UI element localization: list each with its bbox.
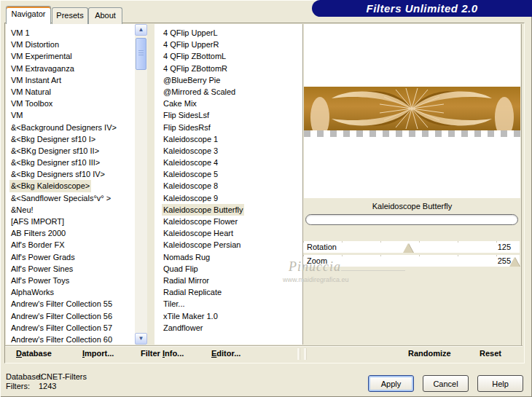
list-item[interactable]: VM Extravaganza (6, 63, 135, 74)
list-item[interactable]: Andrew's Filter Collection 57 (6, 322, 135, 334)
toolbar-separator (297, 348, 300, 360)
list-item[interactable]: Andrew's Filter Collection 55 (6, 298, 135, 310)
list-item[interactable]: Alf's Border FX (6, 239, 135, 251)
editor-menu-item[interactable]: Editor... (211, 349, 240, 358)
help-button[interactable]: Help (477, 375, 523, 392)
list-item[interactable]: AB Filters 2000 (6, 227, 135, 239)
window-title: Filters Unlimited 2.0 (312, 0, 532, 17)
list-item[interactable]: Kaleidoscope 5 (162, 168, 302, 180)
list-item[interactable]: Alf's Power Grads (6, 251, 135, 263)
list-item[interactable]: 4 QFlip ZBottomR (162, 63, 302, 74)
list-item[interactable]: 4 QFlip ZBottomL (162, 50, 302, 62)
list-item[interactable]: Quad Flip (162, 263, 302, 275)
rotation-slider-thumb[interactable] (403, 243, 413, 253)
list-item[interactable]: 4 QFlip UpperL (162, 27, 302, 39)
scroll-down-button[interactable]: ▼ (135, 333, 147, 345)
filters-unlimited-window: { "window": { "title": "Filters Unlimite… (0, 0, 532, 397)
filter-info-menu-item[interactable]: Filter Info... (141, 349, 184, 358)
zoom-slider-thumb[interactable] (509, 257, 520, 267)
list-item[interactable]: &<Bkg Designers sf10 IV> (6, 168, 135, 180)
list-item[interactable]: Flip SidesLsf (162, 109, 302, 121)
progress-bar (305, 214, 518, 225)
list-item[interactable]: AlphaWorks (6, 286, 135, 298)
list-item[interactable]: VM (6, 109, 135, 121)
list-item[interactable]: @Mirrored & Scaled (162, 86, 302, 98)
list-item[interactable]: VM Experimental (6, 50, 135, 62)
import-menu-item[interactable]: Import... (82, 349, 114, 358)
chevron-down-icon: ▼ (138, 335, 144, 342)
list-item[interactable]: Zandflower (162, 322, 302, 334)
list-item[interactable]: Alf's Power Sines (6, 263, 135, 275)
filters-count-label: Filters: (6, 382, 30, 390)
list-item[interactable]: &<Background Designers IV> (6, 122, 135, 133)
list-item[interactable]: Radial Replicate (162, 286, 302, 298)
list-item[interactable]: @BlueBerry Pie (162, 74, 302, 86)
toolbar-separator (304, 348, 306, 360)
preview-image[interactable] (304, 24, 520, 198)
list-item[interactable]: Flip SidesRsf (162, 122, 302, 133)
database-menu-item[interactable]: Database (16, 349, 52, 358)
list-item[interactable]: 4 QFlip UpperR (162, 39, 302, 50)
list-item[interactable]: Radial Mirror (162, 275, 302, 286)
list-item[interactable]: &<Bkg Kaleidoscope> (6, 180, 135, 192)
database-status-value: ICNET-Filters (39, 372, 87, 381)
list-item[interactable]: &<BKg Designer sf10 II> (6, 145, 135, 157)
rotation-slider[interactable]: Rotation 125 (303, 241, 520, 253)
filter-list[interactable]: 4 QFlip UpperL4 QFlip UpperR4 QFlip ZBot… (154, 24, 302, 345)
list-item[interactable]: Kaleidoscope Heart (162, 227, 302, 239)
list-item[interactable]: Andrew's Filter Collection 60 (6, 334, 135, 345)
list-item[interactable]: xTile Maker 1.0 (162, 310, 302, 322)
list-item[interactable]: &<Sandflower Specials°v° > (6, 192, 135, 204)
list-item[interactable]: &<Bkg Designer sf10 I> (6, 133, 135, 145)
filters-count-value: 1243 (39, 382, 56, 390)
list-item[interactable]: Kaleidoscope 9 (162, 192, 302, 204)
list-item[interactable]: Kaleidoscope Butterfly (162, 204, 302, 216)
reset-button[interactable]: Reset (480, 349, 501, 358)
list-item[interactable]: Alf's Power Toys (6, 275, 135, 286)
randomize-button[interactable]: Randomize (408, 349, 451, 358)
scroll-up-button[interactable]: ▲ (135, 24, 147, 36)
apply-button[interactable]: Apply (368, 375, 414, 392)
database-status-label: Database: (6, 372, 42, 381)
list-item[interactable]: Kaleidoscope 1 (162, 133, 302, 145)
list-item[interactable]: Andrew's Filter Collection 56 (6, 310, 135, 322)
list-item[interactable]: &<Bkg Designer sf10 III> (6, 157, 135, 168)
watermark-line (341, 270, 405, 271)
category-scrollbar[interactable]: ▲ ▼ (135, 24, 147, 345)
list-item[interactable]: Kaleidoscope Persian (162, 239, 302, 251)
list-item[interactable]: Cake Mix (162, 98, 302, 109)
list-item[interactable]: VM Natural (6, 86, 135, 98)
tab-about[interactable]: About (88, 7, 122, 24)
list-item[interactable]: Tiler... (162, 298, 302, 310)
cancel-button[interactable]: Cancel (423, 375, 469, 392)
kaleidoscope-preview-art (304, 87, 520, 130)
list-item[interactable]: Kaleidoscope 4 (162, 157, 302, 168)
rotation-label: Rotation (307, 241, 337, 253)
transparency-checker (304, 130, 520, 137)
list-item[interactable]: VM Distortion (6, 39, 135, 50)
preview-panel: Kaleidoscope Butterfly Rotation 125 Zoom… (303, 24, 521, 361)
rotation-value: 125 (498, 241, 511, 253)
list-item[interactable]: Kaleidoscope 3 (162, 145, 302, 157)
panel-right-edge (521, 24, 522, 361)
list-item[interactable]: Kaleidoscope 8 (162, 180, 302, 192)
list-item[interactable]: Kaleidoscope Flower (162, 216, 302, 227)
chevron-up-icon: ▲ (138, 26, 144, 33)
list-item[interactable]: &Neu! (6, 204, 135, 216)
list-item[interactable]: [AFS IMPORT] (6, 216, 135, 227)
scrollbar-thumb[interactable] (136, 38, 146, 70)
list-item[interactable]: VM Toolbox (6, 98, 135, 109)
watermark-name: Pinuccia (289, 259, 341, 275)
selected-filter-name: Kaleidoscope Butterfly (303, 202, 521, 211)
category-list[interactable]: VM 1VM DistortionVM ExperimentalVM Extra… (6, 24, 135, 345)
list-item[interactable]: VM 1 (6, 27, 135, 39)
tab-navigator[interactable]: Navigator (6, 6, 51, 24)
list-item[interactable]: Nomads Rug (162, 251, 302, 263)
tab-presets[interactable]: Presets (52, 7, 88, 24)
bottom-toolbar: Database Import... Filter Info... Editor… (5, 345, 523, 362)
watermark-url: www.maidiregrafica.eu (283, 276, 349, 283)
list-item[interactable]: VM Instant Art (6, 74, 135, 86)
